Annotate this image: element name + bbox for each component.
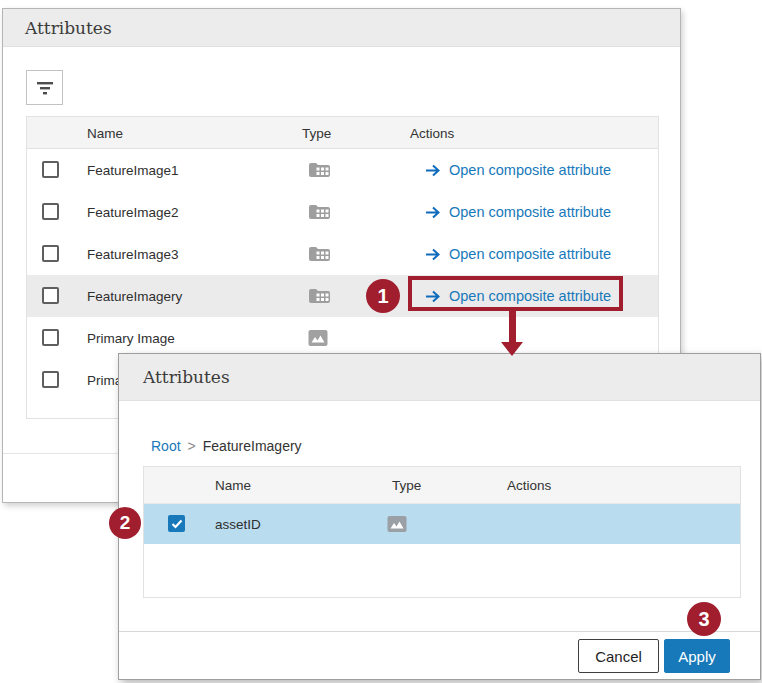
- arrow-right-icon: [425, 206, 441, 219]
- dialog-attributes-table: Name Type Actions assetID: [143, 466, 741, 598]
- row-checkbox[interactable]: [42, 245, 59, 262]
- column-header-name: Name: [215, 478, 251, 493]
- screenshot-root: Attributes Name Type Actions FeatureImag…: [0, 0, 762, 683]
- attribute-name: assetID: [215, 517, 261, 532]
- filter-button[interactable]: [26, 70, 63, 105]
- column-header-name: Name: [87, 125, 123, 140]
- dialog-header: Attributes: [119, 354, 760, 401]
- attribute-name: Primary Image: [87, 331, 175, 346]
- row-checkbox-checked[interactable]: [168, 515, 185, 532]
- attributes-table-header: Name Type Actions: [27, 117, 658, 149]
- action-label: Open composite attribute: [449, 246, 611, 262]
- step-badge-3: 3: [687, 602, 721, 636]
- table-row: FeatureImage3 Open composite attribute: [27, 233, 658, 275]
- table-row-assetid-selected: assetID: [144, 504, 740, 544]
- step-badge-2: 2: [109, 507, 141, 539]
- attribute-name: FeatureImage1: [87, 163, 179, 178]
- breadcrumb: Root > FeatureImagery: [151, 438, 302, 454]
- callout-arrow: [509, 311, 516, 343]
- column-header-type: Type: [392, 478, 421, 493]
- composite-type-icon: [308, 245, 331, 263]
- composite-type-icon: [308, 161, 331, 179]
- dialog-title: Attributes: [143, 367, 230, 387]
- image-type-icon: [387, 516, 407, 533]
- apply-button[interactable]: Apply: [664, 639, 730, 673]
- composite-type-icon: [308, 203, 331, 221]
- attribute-name: FeatureImage3: [87, 247, 179, 262]
- arrow-right-icon: [425, 164, 441, 177]
- column-header-actions: Actions: [410, 125, 454, 140]
- attribute-name: FeatureImage2: [87, 205, 179, 220]
- table-row: FeatureImage1 Open composite attribute: [27, 149, 658, 191]
- composite-type-icon: [308, 287, 331, 305]
- table-row: FeatureImage2 Open composite attribute: [27, 191, 658, 233]
- open-composite-attribute-link[interactable]: Open composite attribute: [425, 204, 611, 220]
- column-header-type: Type: [302, 125, 331, 140]
- image-type-icon: [308, 330, 328, 347]
- action-label: Open composite attribute: [449, 204, 611, 220]
- breadcrumb-current: FeatureImagery: [203, 438, 302, 454]
- row-checkbox[interactable]: [42, 203, 59, 220]
- highlight-box: [408, 276, 623, 311]
- step-badge-1: 1: [366, 279, 400, 313]
- action-label: Open composite attribute: [449, 162, 611, 178]
- arrow-right-icon: [425, 248, 441, 261]
- attributes-panel-header: Attributes: [3, 9, 680, 47]
- callout-arrow-head: [501, 342, 523, 356]
- open-composite-attribute-link[interactable]: Open composite attribute: [425, 162, 611, 178]
- panel-title: Attributes: [25, 18, 112, 38]
- filter-icon: [35, 81, 55, 95]
- attribute-name: FeatureImagery: [87, 289, 182, 304]
- dialog-footer-divider: [119, 631, 760, 632]
- column-header-actions: Actions: [507, 478, 551, 493]
- cancel-button[interactable]: Cancel: [578, 639, 659, 673]
- row-checkbox[interactable]: [42, 287, 59, 304]
- dialog-table-header: Name Type Actions: [144, 467, 740, 504]
- breadcrumb-separator: >: [188, 438, 196, 454]
- open-composite-attribute-link[interactable]: Open composite attribute: [425, 246, 611, 262]
- row-checkbox[interactable]: [42, 329, 59, 346]
- row-checkbox[interactable]: [42, 371, 59, 388]
- attributes-dialog: Attributes Root > FeatureImagery Name Ty…: [118, 353, 761, 680]
- row-checkbox[interactable]: [42, 161, 59, 178]
- attribute-name: Prima: [87, 373, 122, 388]
- breadcrumb-root-link[interactable]: Root: [151, 438, 181, 454]
